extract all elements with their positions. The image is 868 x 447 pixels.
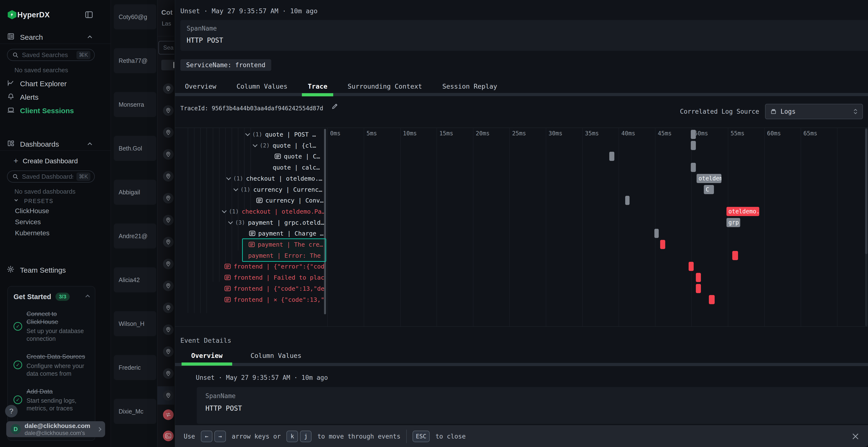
get-started-item[interactable]: ✓ Add Data Start sending logs, metrics, … (13, 387, 89, 412)
chevron-up-icon[interactable] (88, 35, 92, 40)
edit-trace-id-icon[interactable] (331, 103, 339, 111)
span-duration-bar[interactable] (609, 152, 614, 161)
log-source-select[interactable]: Logs (765, 104, 863, 119)
span-duration-bar[interactable] (660, 240, 665, 249)
collapse-sidebar-icon[interactable] (85, 11, 93, 19)
waterfall-scrollbar-thumb[interactable] (865, 129, 868, 254)
chevron-down-icon[interactable] (234, 186, 238, 191)
session-list-item[interactable]: Alicia42 (114, 267, 156, 293)
service-name-tag[interactable]: ServiceName: frontend (180, 59, 271, 71)
event-marker-icon[interactable] (163, 127, 174, 138)
panel-tab[interactable]: Column Values (231, 79, 293, 93)
sidebar-item-alerts[interactable]: Alerts (20, 93, 38, 101)
event-marker-icon[interactable] (163, 171, 174, 182)
event-marker-icon[interactable] (163, 83, 174, 94)
create-dashboard-button[interactable]: Create Dashboard (23, 157, 78, 165)
trace-tree-row[interactable]: frontend | × {"code":13,"d… (175, 294, 324, 305)
session-list-item[interactable]: Dixie_Mc (114, 399, 156, 424)
close-icon[interactable] (851, 432, 860, 441)
event-marker-icon[interactable] (163, 346, 174, 357)
chevron-up-icon[interactable] (85, 295, 90, 299)
trace-tree-row[interactable]: currency | Conv… (175, 195, 324, 206)
chevron-down-icon[interactable] (222, 208, 227, 213)
trace-tree-row[interactable]: frontend | {"code":13,"det… (175, 283, 324, 294)
chevron-up-icon[interactable] (88, 142, 92, 147)
event-marker-icon[interactable] (163, 324, 174, 335)
trace-tree-row[interactable]: (1) currency | Currenc… (175, 184, 324, 195)
help-button[interactable]: ? (5, 405, 18, 417)
span-duration-bar[interactable] (625, 196, 629, 205)
panel-tab[interactable]: Overview (179, 79, 222, 93)
panel-button[interactable] (161, 60, 174, 70)
trace-tree-row[interactable]: (1) checkout | oteldemo.Pa… (175, 206, 324, 217)
event-marker-icon[interactable] (163, 409, 174, 420)
user-menu[interactable]: D dale@clickhouse.com dale@clickhouse.co… (6, 421, 105, 437)
sidebar-item-team-settings[interactable]: Team Settings (20, 266, 66, 274)
chevron-down-icon[interactable] (14, 198, 18, 201)
sidebar-item-search[interactable]: Search (20, 33, 43, 41)
presets-header[interactable]: PRESETS (24, 198, 53, 204)
trace-tree-row[interactable]: (1) checkout | oteldemo.… (175, 173, 324, 184)
saved-dashboards-input[interactable]: Saved Dashboards ⌘K (7, 171, 95, 182)
trace-tree-row[interactable]: frontend | {"error":{"code… (175, 261, 324, 272)
event-marker-icon[interactable] (163, 390, 174, 401)
session-list-item[interactable]: Retha77@ (114, 48, 156, 73)
session-list-item[interactable]: Frederic (114, 355, 156, 380)
preset-dashboard-link[interactable]: Services (15, 218, 50, 226)
trace-tree-row[interactable]: frontend | Failed to place… (175, 272, 324, 283)
span-duration-bar[interactable] (709, 295, 715, 304)
session-list-item[interactable]: Abbigail (114, 180, 156, 205)
get-started-item[interactable]: ✓ Create Data Sources Configure where yo… (13, 353, 89, 377)
panel-tab[interactable]: Session Replay (437, 79, 503, 93)
panel-tab[interactable]: Trace (302, 79, 333, 93)
trace-tree-row[interactable]: (1) quote | POST … (175, 129, 324, 140)
saved-searches-input[interactable]: Saved Searches ⌘K (7, 49, 95, 61)
span-duration-bar[interactable]: oteldemo. (726, 207, 759, 216)
panel-tab[interactable]: Surrounding Context (342, 79, 428, 93)
span-duration-bar[interactable]: C (704, 185, 714, 194)
span-duration-bar[interactable] (732, 251, 738, 260)
event-marker-icon[interactable] (163, 259, 174, 269)
trace-tree-row[interactable]: (3) payment | grpc.oteld… (175, 217, 324, 228)
event-marker-icon[interactable] (163, 215, 174, 226)
event-marker-icon[interactable] (163, 105, 174, 116)
session-list-item[interactable]: Monserra (114, 92, 156, 117)
event-marker-icon[interactable] (163, 149, 174, 160)
session-list-item[interactable]: Wilson_H (114, 311, 156, 336)
span-duration-bar[interactable]: grp (726, 218, 740, 227)
session-list-item[interactable]: Beth.Gol (114, 136, 156, 161)
event-details-tab[interactable]: Column Values (241, 349, 311, 362)
span-duration-bar[interactable] (696, 273, 701, 282)
event-marker-icon[interactable] (163, 368, 174, 379)
sidebar-item-chart-explorer[interactable]: Chart Explorer (20, 80, 66, 88)
chevron-down-icon[interactable] (245, 131, 250, 136)
span-duration-bar[interactable] (689, 262, 694, 271)
chevron-down-icon[interactable] (253, 142, 257, 147)
event-marker-icon[interactable] (163, 303, 174, 313)
panel-search-input[interactable]: Sea (158, 41, 174, 55)
span-duration-bar[interactable] (691, 130, 696, 139)
session-list-item[interactable]: Coty60@g (114, 4, 156, 29)
sidebar-item-dashboards[interactable]: Dashboards (20, 140, 59, 148)
preset-dashboard-link[interactable]: ClickHouse (15, 207, 50, 215)
event-marker-icon[interactable] (163, 237, 174, 247)
span-duration-bar[interactable]: oteldemo. (696, 174, 721, 183)
span-duration-bar[interactable] (654, 229, 659, 238)
event-details-tab[interactable]: Overview (182, 349, 232, 362)
get-started-item[interactable]: ✓ Connect to ClickHouse Set up your data… (13, 310, 89, 342)
span-duration-bar[interactable] (691, 141, 696, 150)
tree-scrollbar[interactable] (324, 129, 326, 314)
session-list-item[interactable]: Andre21@ (114, 224, 156, 248)
event-marker-icon[interactable] (163, 431, 174, 441)
preset-dashboard-link[interactable]: Kubernetes (15, 229, 50, 237)
trace-tree-row[interactable]: quote | calc… (175, 162, 324, 173)
trace-tree-row[interactable]: quote | C… (175, 151, 324, 162)
event-marker-icon[interactable] (163, 281, 174, 291)
trace-tree-row[interactable]: (2) quote | {cl… (175, 140, 324, 151)
span-duration-bar[interactable] (696, 284, 701, 293)
chevron-down-icon[interactable] (226, 175, 231, 180)
chevron-down-icon[interactable] (228, 219, 233, 224)
trace-tree-row[interactable]: payment | Charge … (175, 228, 324, 239)
event-marker-icon[interactable] (163, 193, 174, 204)
span-duration-bar[interactable] (691, 163, 696, 172)
